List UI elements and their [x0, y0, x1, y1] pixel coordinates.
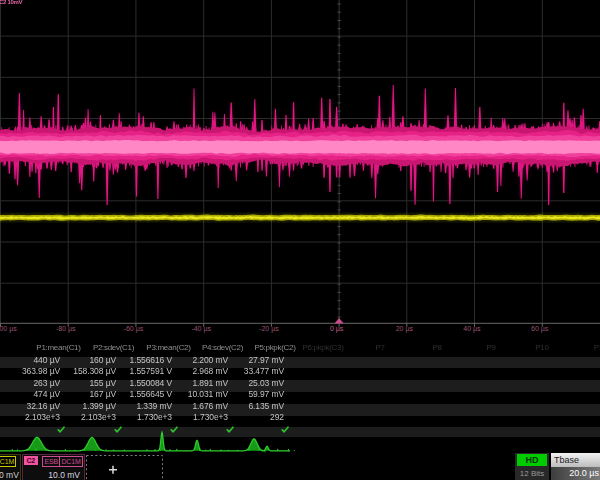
svg-text:-20 µs: -20 µs — [259, 325, 279, 333]
svg-text:40 µs: 40 µs — [463, 325, 481, 333]
svg-text:-60 µs: -60 µs — [124, 325, 144, 333]
svg-text:-40 µs: -40 µs — [191, 325, 211, 333]
svg-text:60 µs: 60 µs — [531, 325, 549, 333]
svg-text:-100 µs: -100 µs — [0, 325, 17, 333]
svg-text:0 µs: 0 µs — [330, 325, 344, 333]
svg-text:-80 µs: -80 µs — [56, 325, 76, 333]
svg-text:20 µs: 20 µs — [396, 325, 414, 333]
